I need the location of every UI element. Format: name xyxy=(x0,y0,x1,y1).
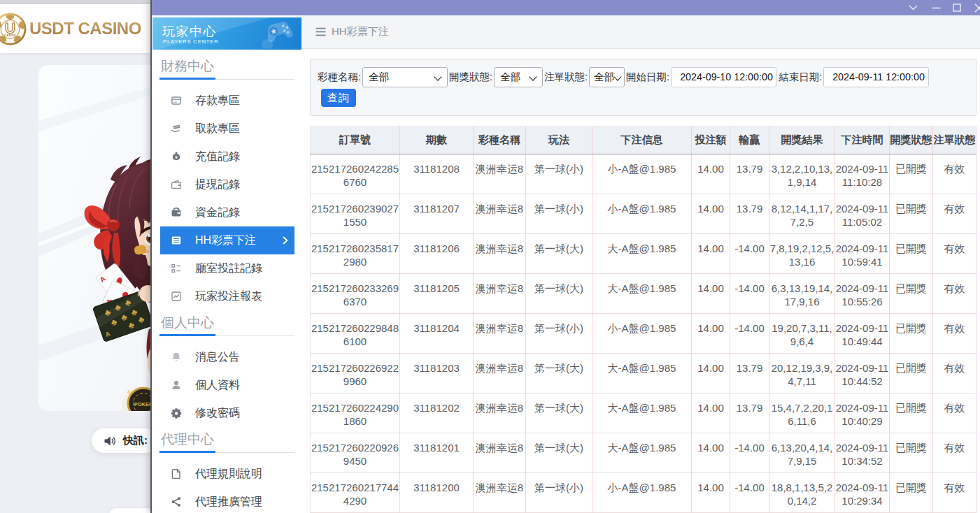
svg-text:¥: ¥ xyxy=(175,154,178,159)
table-cell: 第一球(大) xyxy=(526,234,592,274)
main-header: HH彩票下注 xyxy=(301,15,980,49)
sidebar-item-room-bets[interactable]: 廳室投註記錄 xyxy=(160,254,294,282)
table-cell: 有效 xyxy=(933,354,977,393)
sidebar-item-withdrawal-record[interactable]: 提現記錄 xyxy=(160,171,294,198)
table-cell: 31181202 xyxy=(400,393,474,433)
table-cell: 澳洲幸运8 xyxy=(474,314,526,354)
site-logo-text: USDT CASINO xyxy=(29,19,141,38)
table-cell: 有效 xyxy=(933,393,977,433)
table-cell: 20,12,19,3,9,4,7,11 xyxy=(769,354,835,393)
sidebar-item-deposit[interactable]: 存款專區 xyxy=(160,87,294,115)
table-cell: -14.00 xyxy=(730,314,769,354)
table-cell: 15,4,7,2,20,16,11,6 xyxy=(769,393,835,433)
table-cell: 已開獎 xyxy=(890,234,933,274)
table-cell: 澳洲幸运8 xyxy=(474,154,526,194)
table-cell: 14.00 xyxy=(692,314,730,354)
table-cell: 第一球(大) xyxy=(526,354,592,393)
table-cell: 已開獎 xyxy=(890,154,933,194)
table-cell: 澳洲幸运8 xyxy=(474,194,526,234)
table-cell: 有效 xyxy=(933,194,977,234)
table-cell: 已開獎 xyxy=(890,314,933,354)
table-cell: 2152172602209269450 xyxy=(311,433,400,473)
table-cell: 8,12,14,1,17,7,2,5 xyxy=(769,194,835,234)
table-cell: 2024-09-11 11:10:28 xyxy=(835,154,890,194)
table-cell: 2024-09-11 10:40:29 xyxy=(835,393,890,433)
table-cell: 13.79 xyxy=(730,194,769,234)
sidebar-item-bet-report[interactable]: 玩家投注報表 xyxy=(160,282,294,310)
hero-banner-card: A A ♣♣♣ ♣♣♣ ♣♣ A POKER xyxy=(38,65,157,411)
recharge-record-icon: ¥ xyxy=(171,151,182,162)
sidebar-section-agent: 代理中心 代理規則說明 代理推廣管理 xyxy=(152,431,301,513)
table-cell: 第一球(小) xyxy=(526,154,592,194)
sidebar-item-withdraw[interactable]: 取款專區 xyxy=(160,115,294,143)
window-close-button[interactable] xyxy=(971,0,980,15)
page-title: HH彩票下注 xyxy=(332,25,389,38)
table-cell: 6,13,20,4,14,7,9,15 xyxy=(769,433,835,473)
profile-icon xyxy=(171,380,182,391)
end-date-label: 結束日期: xyxy=(779,71,822,84)
sidebar-item-recharge-record[interactable]: ¥ 充值記錄 xyxy=(160,143,294,171)
table-cell: 2152172602269229960 xyxy=(311,354,400,393)
table-cell: 大-A盤@1.985 xyxy=(592,433,692,473)
draw-status-select[interactable]: 全部 xyxy=(494,67,543,87)
sidebar-item-password[interactable]: 修改密碼 xyxy=(160,399,294,427)
table-cell: 已開獎 xyxy=(890,274,933,314)
agent-promotion-icon xyxy=(171,496,182,507)
sidebar-item-funds-record[interactable]: 資金記錄 xyxy=(160,198,294,226)
lottery-name-value: 全部 xyxy=(369,71,389,84)
search-button[interactable]: 查詢 xyxy=(321,89,356,107)
table-cell: 澳洲幸运8 xyxy=(474,473,526,513)
sidebar-item-notice[interactable]: 消息公告 xyxy=(160,343,294,371)
sidebar-subtitle: PLAYERS CENTER xyxy=(163,38,219,45)
table-cell: 2152172602422856760 xyxy=(311,154,400,194)
sidebar-item-label: 提現記錄 xyxy=(195,178,240,192)
end-date-input[interactable] xyxy=(823,67,929,87)
lottery-bets-icon xyxy=(171,235,182,246)
table-row: 215217260235817298031181206澳洲幸运8第一球(大)大-… xyxy=(311,234,977,274)
sidebar-item-profile[interactable]: 個人資料 xyxy=(160,371,294,399)
window-maximize-button[interactable] xyxy=(949,0,965,15)
window-titlebar xyxy=(152,0,980,15)
column-header: 訂單號 xyxy=(311,127,400,154)
speaker-icon xyxy=(104,435,116,447)
window-chevron-down-button[interactable] xyxy=(905,0,921,15)
withdrawal-record-icon xyxy=(171,179,182,190)
window-minimize-button[interactable] xyxy=(928,0,944,15)
column-header: 期數 xyxy=(400,127,474,154)
chevron-right-icon xyxy=(283,236,288,245)
password-icon xyxy=(171,407,182,419)
bets-table: 訂單號期數彩種名稱玩法下注信息投注額輸贏開獎結果下注時間開獎狀態注單狀態 215… xyxy=(310,126,977,513)
table-cell: 小-A盤@1.985 xyxy=(592,473,692,513)
table-cell: 有效 xyxy=(933,314,977,354)
table-cell: 已開獎 xyxy=(890,194,933,234)
table-cell: 14.00 xyxy=(692,393,730,433)
site-logo[interactable]: CASINO USDT CASINO xyxy=(0,13,141,45)
withdraw-icon xyxy=(171,123,182,134)
news-marquee-pill: 快訊: xyxy=(92,428,158,453)
table-cell: 澳洲幸运8 xyxy=(474,433,526,473)
sidebar-item-agent-promotion[interactable]: 代理推廣管理 xyxy=(160,488,294,513)
table-cell: -14.00 xyxy=(730,433,769,473)
deposit-icon xyxy=(171,95,182,106)
svg-text:CASINO: CASINO xyxy=(4,34,16,37)
table-cell: 31181207 xyxy=(400,194,474,234)
lottery-name-select[interactable]: 全部 xyxy=(362,67,448,87)
table-cell: 2024-09-11 10:59:41 xyxy=(835,234,890,274)
sidebar-section-title: 財務中心 xyxy=(161,58,294,75)
table-cell: 第一球(小) xyxy=(526,473,592,513)
bet-report-icon xyxy=(171,291,182,302)
sidebar-item-label: 充值記錄 xyxy=(195,150,240,164)
sidebar-section-title: 代理中心 xyxy=(161,431,294,448)
start-date-input[interactable] xyxy=(671,67,776,87)
order-status-select[interactable]: 全部 xyxy=(589,67,625,87)
column-header: 投注額 xyxy=(692,127,730,154)
table-cell: 2152172602242901860 xyxy=(311,393,400,433)
table-cell: 13.79 xyxy=(730,154,769,194)
sidebar-item-label: 廳室投註記錄 xyxy=(195,261,262,276)
sidebar-item-agent-rules[interactable]: 代理規則說明 xyxy=(160,460,294,488)
sidebar-item-lottery-bets[interactable]: HH彩票下注 xyxy=(160,226,294,254)
hamburger-menu-icon[interactable] xyxy=(315,27,326,36)
table-cell: 14.00 xyxy=(692,473,730,513)
column-header: 開獎狀態 xyxy=(890,127,933,154)
table-cell: 31181206 xyxy=(400,234,474,274)
